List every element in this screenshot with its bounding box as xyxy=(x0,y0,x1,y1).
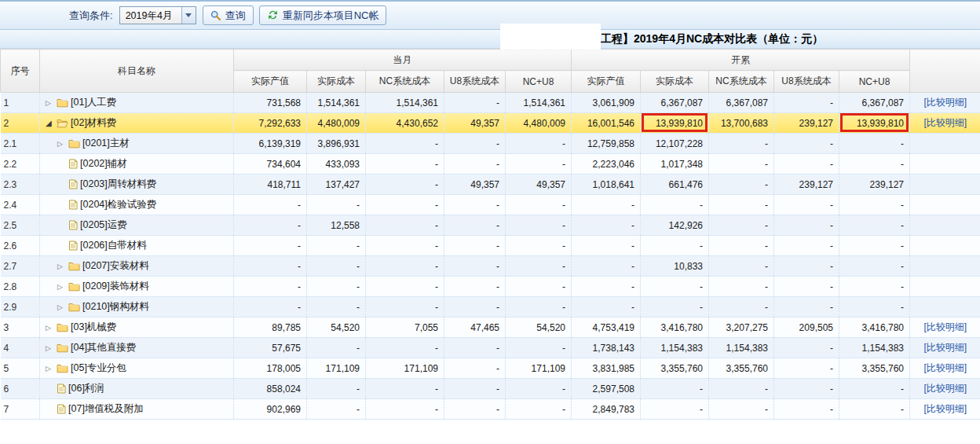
table-row[interactable]: 2.3[0203]周转材料费418,711137,427-49,35749,35… xyxy=(1,174,980,195)
table-row[interactable]: 2.2[0202]辅材734,604433,093---2,223,0461,0… xyxy=(1,154,980,174)
table-row[interactable]: 1▷[01]人工费731,5681,514,3611,514,361-1,514… xyxy=(1,93,980,113)
table-row[interactable]: 2.4[0204]检验试验费---------- xyxy=(1,195,980,215)
month-value-cell: - xyxy=(444,134,506,154)
month-value-cell: 418,711 xyxy=(234,174,307,195)
expand-node-icon[interactable]: ▷ xyxy=(46,324,57,332)
subject-label: [06]利润 xyxy=(68,382,104,395)
period-select[interactable]: 2019年4月 xyxy=(119,6,196,24)
table-row[interactable]: 4▷[04]其他直接费57,675----1,738,1431,154,3831… xyxy=(1,338,980,358)
subject-cell: ▷[05]专业分包 xyxy=(40,358,234,379)
subject-label: [04]其他直接费 xyxy=(71,341,136,354)
month-value-cell: - xyxy=(444,379,506,399)
month-value-cell: - xyxy=(506,277,572,297)
compare-detail-link[interactable]: [比较明细] xyxy=(923,342,967,353)
table-row[interactable]: 6[06]利润858,024----2,597,508----[比较明细] xyxy=(1,379,980,399)
table-row[interactable]: 2.8▷[0209]装饰材料---------- xyxy=(1,277,980,297)
actions-cell: [比较明细] xyxy=(910,317,980,338)
month-value-cell: 858,024 xyxy=(234,379,307,399)
expand-node-icon[interactable]: ▷ xyxy=(46,365,57,372)
row-seq: 2.4 xyxy=(1,195,40,215)
cum-value-cell: 2,597,508 xyxy=(572,379,641,399)
col-group-month: 当月 xyxy=(234,50,572,71)
cum-value-cell: - xyxy=(709,154,774,174)
cum-value-cell: - xyxy=(774,358,839,379)
compare-detail-link[interactable]: [比较明细] xyxy=(923,117,967,128)
compare-detail-link[interactable]: [比较明细] xyxy=(923,97,967,108)
month-value-cell: 12,558 xyxy=(307,215,366,236)
cum-value-cell: 13,939,810 xyxy=(839,113,910,134)
month-value-cell: - xyxy=(234,256,307,277)
actions-cell xyxy=(910,215,980,236)
table-row[interactable]: 2◢[02]材料费7,292,6334,480,0094,430,65249,3… xyxy=(1,113,980,134)
table-row[interactable]: 2.7▷[0207]安装材料------10,833--- xyxy=(1,256,980,277)
compare-detail-link[interactable]: [比较明细] xyxy=(923,383,967,394)
col-header-subject[interactable]: 科目名称 xyxy=(40,50,234,93)
table-row[interactable]: 2.5[0205]运费-12,558----142,926--- xyxy=(1,215,980,236)
col-header-month-u8-cost[interactable]: U8系统成本 xyxy=(444,71,506,93)
expand-node-icon[interactable]: ▷ xyxy=(57,262,68,270)
cost-compare-table: 序号 科目名称 当月 开累 实际产值 实际成本 NC系统成本 U8系统成本 NC… xyxy=(0,49,980,420)
query-condition-label: 查询条件: xyxy=(69,9,113,23)
red-highlight-box xyxy=(642,113,708,132)
query-toolbar: 查询条件: 2019年4月 查询 重新同步本项目NC帐 xyxy=(0,0,980,30)
month-value-cell: - xyxy=(307,399,366,420)
month-value-cell: - xyxy=(444,236,506,256)
col-header-month-actual-cost[interactable]: 实际成本 xyxy=(307,71,366,93)
table-row[interactable]: 2.6[0206]自带材料---------- xyxy=(1,236,980,256)
expand-node-icon[interactable]: ▷ xyxy=(57,140,68,148)
expand-node-icon[interactable]: ▷ xyxy=(46,99,57,107)
table-row[interactable]: 5▷[05]专业分包178,005171,109171,109-171,1093… xyxy=(1,358,980,379)
table-row[interactable]: 2.9▷[0210]钢构材料---------- xyxy=(1,297,980,317)
table-row[interactable]: 3▷[03]机械费89,78554,5207,05547,46554,5204,… xyxy=(1,317,980,338)
month-value-cell: - xyxy=(506,379,572,399)
cum-value-cell: - xyxy=(572,195,641,215)
row-seq: 4 xyxy=(1,338,40,358)
cum-value-cell: - xyxy=(709,134,774,154)
compare-detail-link[interactable]: [比较明细] xyxy=(923,403,967,414)
query-button[interactable]: 查询 xyxy=(203,6,254,25)
cum-value-cell: - xyxy=(709,215,774,236)
col-header-cum-actual-output[interactable]: 实际产值 xyxy=(572,71,641,93)
cum-value-cell: 1,018,641 xyxy=(572,174,641,195)
row-seq: 3 xyxy=(1,317,40,338)
month-value-cell: - xyxy=(307,195,366,215)
month-value-cell: 57,675 xyxy=(234,338,307,358)
month-value-cell: - xyxy=(234,297,307,317)
month-value-cell: 731,568 xyxy=(234,93,307,113)
chevron-down-icon[interactable] xyxy=(181,7,196,24)
month-value-cell: - xyxy=(234,215,307,236)
col-header-cum-nc-u8[interactable]: NC+U8 xyxy=(839,71,910,93)
table-row[interactable]: 2.1▷[0201]主材6,139,3193,896,931---12,759,… xyxy=(1,134,980,154)
col-header-cum-u8-cost[interactable]: U8系统成本 xyxy=(774,71,839,93)
expand-node-icon[interactable]: ▷ xyxy=(57,303,68,311)
month-value-cell: - xyxy=(366,338,444,358)
subject-cell: [07]增值税及附加 xyxy=(40,399,234,420)
collapse-node-icon[interactable]: ◢ xyxy=(46,119,57,127)
report-title-bar: 工程】2019年4月NC成本对比表（单位：元） xyxy=(0,30,980,49)
col-header-cum-actual-cost[interactable]: 实际成本 xyxy=(641,71,709,93)
subject-label: [05]专业分包 xyxy=(71,361,126,375)
row-seq: 2.5 xyxy=(1,215,40,236)
file-icon xyxy=(68,159,78,169)
cum-value-cell: 4,753,419 xyxy=(572,317,641,338)
file-icon xyxy=(68,179,78,189)
col-header-month-nc-u8[interactable]: NC+U8 xyxy=(506,71,572,93)
cum-value-cell: - xyxy=(709,277,774,297)
cum-value-cell: - xyxy=(774,93,839,113)
col-header-seq[interactable]: 序号 xyxy=(1,50,40,93)
col-header-month-nc-cost[interactable]: NC系统成本 xyxy=(366,71,444,93)
cum-value-cell: - xyxy=(641,195,709,215)
compare-detail-link[interactable]: [比较明细] xyxy=(923,321,967,332)
expand-node-icon[interactable]: ▷ xyxy=(46,344,57,352)
folder-icon xyxy=(57,363,68,373)
table-row[interactable]: 7[07]增值税及附加902,969----2,849,783----[比较明细… xyxy=(1,399,980,420)
col-header-month-actual-output[interactable]: 实际产值 xyxy=(234,71,307,93)
compare-detail-link[interactable]: [比较明细] xyxy=(923,362,967,373)
expand-node-icon[interactable]: ▷ xyxy=(57,283,68,291)
month-value-cell: - xyxy=(307,338,366,358)
subject-label: [0205]运费 xyxy=(80,218,127,232)
col-header-cum-nc-cost[interactable]: NC系统成本 xyxy=(709,71,774,93)
sync-nc-button[interactable]: 重新同步本项目NC帐 xyxy=(259,6,387,25)
cum-value-cell: 239,127 xyxy=(839,174,910,195)
subject-label: [0209]装饰材料 xyxy=(82,280,149,293)
